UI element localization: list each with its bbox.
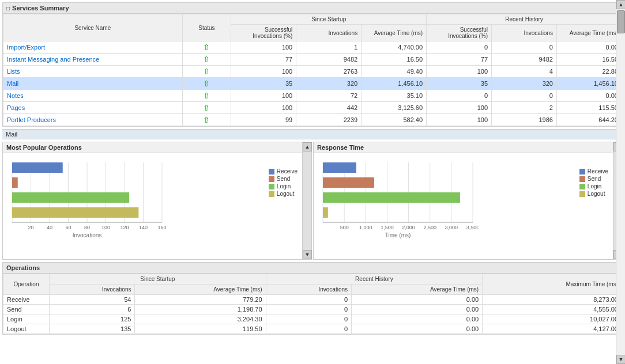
svg-text:3,500: 3,500 xyxy=(466,225,479,230)
service-recent-avg-cell: 644.20 xyxy=(556,114,622,126)
service-recent-success-cell: 35 xyxy=(427,78,492,90)
service-name-cell[interactable]: Import/Export xyxy=(3,41,183,54)
service-since-avg-cell: 3,125.60 xyxy=(362,102,427,114)
service-row[interactable]: Mail ⇧ 35 320 1,456.10 35 320 1,456.10 xyxy=(3,78,622,90)
service-row[interactable]: Import/Export ⇧ 100 1 4,740.00 0 0 0.00 xyxy=(3,41,622,54)
mail-section-label: Mail xyxy=(2,129,623,139)
page-scroll-up[interactable]: ▲ xyxy=(616,0,625,9)
svg-text:120: 120 xyxy=(120,225,129,230)
services-summary-title: Services Summary xyxy=(12,5,69,12)
legend-color xyxy=(269,176,274,182)
svg-rect-11 xyxy=(12,192,129,203)
operations-header: Operations xyxy=(3,263,622,274)
page-wrapper: □ Services Summary Service Name Status S… xyxy=(0,0,625,364)
service-name-cell[interactable]: Instant Messaging and Presence xyxy=(3,54,183,66)
service-row[interactable]: Pages ⇧ 100 442 3,125.60 100 2 115.50 xyxy=(3,102,622,114)
service-recent-inv-cell: 0 xyxy=(492,90,557,102)
service-recent-success-cell: 0 xyxy=(427,41,492,54)
operations-title: Operations xyxy=(6,264,40,271)
ops-recent-inv-cell: 0 xyxy=(266,295,351,305)
service-row[interactable]: Lists ⇧ 100 2763 49.40 100 4 22.80 xyxy=(3,66,622,78)
svg-text:80: 80 xyxy=(84,225,90,230)
service-recent-avg-cell: 22.80 xyxy=(556,66,622,78)
service-since-avg-cell: 35.10 xyxy=(362,90,427,102)
service-name-cell[interactable]: Mail xyxy=(3,78,183,90)
legend-color xyxy=(579,184,585,189)
service-since-success-cell: 99 xyxy=(231,114,296,126)
svg-rect-32 xyxy=(323,177,374,188)
legend-color xyxy=(579,176,585,182)
legend-color xyxy=(579,169,585,175)
service-recent-inv-cell: 0 xyxy=(492,41,557,54)
svg-text:60: 60 xyxy=(65,225,71,230)
legend-label: Send xyxy=(588,176,601,182)
popular-ops-title: Most Popular Operations xyxy=(3,142,311,153)
ops-recent-avg-cell: 0.00 xyxy=(352,314,483,324)
service-recent-inv-cell: 2 xyxy=(492,102,557,114)
service-since-success-cell: 35 xyxy=(231,78,296,90)
service-status-cell: ⇧ xyxy=(182,41,231,54)
response-time-title: Response Time xyxy=(314,142,622,153)
service-recent-success-cell: 0 xyxy=(427,90,492,102)
service-name-cell[interactable]: Portlet Producers xyxy=(3,114,183,126)
svg-text:100: 100 xyxy=(101,225,110,230)
service-since-inv-cell: 72 xyxy=(296,90,362,102)
ops-operation-cell: Login xyxy=(3,314,50,324)
svg-rect-31 xyxy=(323,162,356,173)
service-row[interactable]: Portlet Producers ⇧ 99 2239 582.40 100 1… xyxy=(3,114,622,126)
service-recent-avg-cell: 115.50 xyxy=(556,102,622,114)
service-since-success-cell: 100 xyxy=(231,41,296,54)
svg-text:2,500: 2,500 xyxy=(423,225,436,230)
service-since-inv-cell: 442 xyxy=(296,102,362,114)
ops-col-max: Maximum Time (ms) xyxy=(483,274,622,295)
service-status-cell: ⇧ xyxy=(182,102,231,114)
ops-since-inv-cell: 54 xyxy=(50,295,135,305)
service-name-cell[interactable]: Lists xyxy=(3,66,183,78)
service-recent-success-cell: 100 xyxy=(427,102,492,114)
scroll-down-button[interactable]: ▼ xyxy=(303,250,312,259)
col-since-success: Successful Invocations (%) xyxy=(231,25,296,41)
legend-color xyxy=(579,191,585,197)
service-since-avg-cell: 49.40 xyxy=(362,66,427,78)
legend-label: Send xyxy=(277,176,290,182)
service-recent-success-cell: 77 xyxy=(427,54,492,66)
charts-section: Most Popular Operations 2040608010012014… xyxy=(2,142,623,260)
page-scroll-down[interactable]: ▼ xyxy=(616,355,625,364)
legend-label: Receive xyxy=(277,168,298,175)
response-time-chart-inner: 5001,0001,5002,0002,5003,0003,500Time (m… xyxy=(314,153,622,259)
services-summary-panel: □ Services Summary Service Name Status S… xyxy=(2,2,623,127)
service-row[interactable]: Notes ⇧ 100 72 35.10 0 0 0.00 xyxy=(3,90,622,102)
ops-max-time-cell: 10,027.00 xyxy=(483,314,622,324)
col-recent-history: Recent History xyxy=(427,14,622,25)
service-recent-avg-cell: 1,456.10 xyxy=(556,78,622,90)
service-name-cell[interactable]: Notes xyxy=(3,90,183,102)
svg-rect-12 xyxy=(12,207,138,218)
service-name-cell[interactable]: Pages xyxy=(3,102,183,114)
legend-color xyxy=(269,191,274,197)
ops-since-avg-cell: 119.50 xyxy=(135,324,266,334)
ops-since-avg-cell: 3,204.30 xyxy=(135,314,266,324)
legend-label: Logout xyxy=(277,191,295,197)
legend-color xyxy=(269,169,274,175)
ops-row: Logout 135 119.50 0 0.00 4,127.00 xyxy=(3,324,622,334)
collapse-icon[interactable]: □ xyxy=(6,5,10,12)
svg-rect-9 xyxy=(12,162,63,173)
ops-row: Receive 54 779.20 0 0.00 8,273.00 xyxy=(3,295,622,305)
service-since-inv-cell: 1 xyxy=(296,41,362,54)
ops-since-inv-cell: 135 xyxy=(50,324,135,334)
col-recent-inv: Invocations xyxy=(492,25,557,41)
service-row[interactable]: Instant Messaging and Presence ⇧ 77 9482… xyxy=(3,54,622,66)
legend-label: Login xyxy=(588,183,601,189)
legend-label: Login xyxy=(277,183,291,189)
svg-rect-33 xyxy=(323,192,460,203)
popular-ops-chart-inner: 20406080100120140160Invocations ReceiveS… xyxy=(3,153,311,259)
page-scroll-thumb[interactable] xyxy=(617,10,625,33)
ops-operation-cell: Receive xyxy=(3,295,50,305)
service-status-cell: ⇧ xyxy=(182,54,231,66)
scroll-up-button[interactable]: ▲ xyxy=(303,142,312,151)
legend-item: Receive xyxy=(269,168,298,175)
ops-since-avg-cell: 779.20 xyxy=(135,295,266,305)
ops-since-inv-cell: 6 xyxy=(50,305,135,314)
svg-text:160: 160 xyxy=(157,225,166,230)
service-since-success-cell: 77 xyxy=(231,54,296,66)
